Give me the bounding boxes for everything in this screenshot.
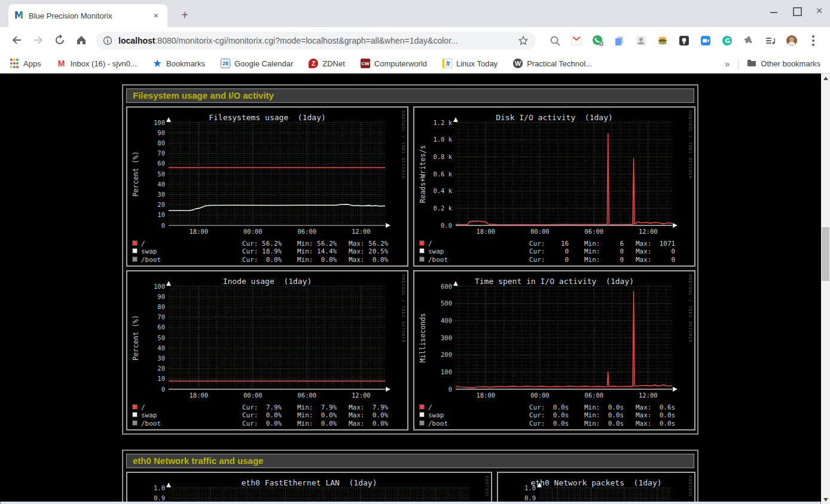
grammarly-extension-icon[interactable]: G xyxy=(716,32,738,50)
legend-row: swapCur: 0Min: 0Max: 0 xyxy=(414,248,694,255)
graph-panel-eth0-lan[interactable]: eth0 FastEthernet LAN (1day)0.00.10.20.3… xyxy=(126,472,492,504)
legend-row: /bootCur: 0.0sMin: 0.0sMax: 0.0s xyxy=(414,420,694,427)
legend-max: Max: 0 xyxy=(636,248,675,255)
bookmark-item-apps[interactable]: Apps xyxy=(10,59,41,68)
new-tab-button[interactable]: + xyxy=(177,8,193,23)
bookmark-label: ZDNet xyxy=(322,59,345,68)
stack-extension-icon[interactable] xyxy=(652,32,673,50)
svg-text:06:00: 06:00 xyxy=(298,392,317,399)
graph-panel-filesystems-usage[interactable]: Filesystems usage (1day)Percent (%)01020… xyxy=(126,106,408,267)
legend-name: swap xyxy=(428,411,444,419)
svg-text:18:00: 18:00 xyxy=(190,392,209,399)
window-close-button[interactable]: × xyxy=(814,6,824,16)
list-extension-icon[interactable] xyxy=(759,32,781,50)
bookmark-label: Inbox (16) - sjvn0... xyxy=(71,59,137,68)
forward-button[interactable] xyxy=(30,32,47,48)
svg-text:500: 500 xyxy=(441,300,452,307)
window-minimize-button[interactable] xyxy=(769,6,779,16)
search-extension-icon[interactable] xyxy=(544,32,566,50)
legend-min: Min: 0.0% xyxy=(297,411,337,419)
legend-swatch xyxy=(419,420,425,426)
person-extension-icon[interactable] xyxy=(630,32,652,50)
graph-panel-time-in-io[interactable]: Time spent in I/O activity (1day)Millise… xyxy=(413,270,695,430)
legend-min: Min: 0 xyxy=(584,248,624,255)
monitorix-favicon: M xyxy=(14,11,24,20)
other-bookmarks-button[interactable]: Other bookmarks xyxy=(747,59,820,68)
svg-text:06:00: 06:00 xyxy=(585,228,604,235)
page-content: Filesystem usage and I/O activity Filesy… xyxy=(0,74,821,504)
tab-close-icon[interactable]: × xyxy=(151,10,161,21)
extensions-row: ?G xyxy=(544,32,824,50)
legend-min: Min: 14.4% xyxy=(297,248,337,255)
legend-max: Max: 0.6s xyxy=(636,404,675,411)
address-bar[interactable]: localhost:8080/monitorix-cgi/monitorix.c… xyxy=(96,32,536,50)
svg-text:0: 0 xyxy=(161,222,165,229)
legend-min: Min: 0.0s xyxy=(584,411,624,419)
legend-swatch xyxy=(419,404,425,410)
bookmark-item-gmail[interactable]: MInbox (16) - sjvn0... xyxy=(57,59,137,68)
bookmarks-overflow-chevron[interactable]: » xyxy=(725,59,730,69)
legend-max: Max: 56.2% xyxy=(349,240,388,248)
svg-text:0.0: 0.0 xyxy=(441,222,452,229)
browser-tab[interactable]: M Blue Precision Monitorix × xyxy=(8,4,167,27)
legend-name: / xyxy=(141,404,145,411)
legend-swatch xyxy=(419,240,425,246)
bookmark-label: Google Calendar xyxy=(234,59,293,68)
page-scrollbar[interactable] xyxy=(821,74,830,504)
legend-name: /boot xyxy=(428,420,448,427)
menu-dots-icon[interactable] xyxy=(802,32,824,50)
legend-name: /boot xyxy=(141,256,161,264)
graph-panel-eth0-packets[interactable]: eth0 Network packets (1day)Packets/s0.00… xyxy=(497,472,695,504)
puzzle-extension-icon[interactable] xyxy=(738,32,759,50)
bookmark-item-calendar[interactable]: 28Google Calendar xyxy=(221,59,293,68)
gmail-extension-icon[interactable] xyxy=(566,32,587,50)
svg-text:100: 100 xyxy=(154,119,165,126)
bulb-extension-icon[interactable] xyxy=(673,32,695,50)
page-info-icon[interactable] xyxy=(103,36,112,45)
svg-text:0: 0 xyxy=(161,386,165,393)
home-button[interactable] xyxy=(73,32,90,48)
legend-max: Max: 7.9% xyxy=(349,404,388,411)
svg-text:12:00: 12:00 xyxy=(352,228,371,235)
legend-cur: Cur: 18.9% xyxy=(242,248,282,255)
legend-max: Max: 20.5% xyxy=(349,248,388,255)
reload-button[interactable] xyxy=(51,32,68,48)
svg-text:40: 40 xyxy=(157,344,165,352)
back-button[interactable] xyxy=(8,32,25,48)
window-maximize-button[interactable] xyxy=(792,6,801,16)
svg-text:20: 20 xyxy=(157,201,165,208)
svg-text:0.6 k: 0.6 k xyxy=(433,170,452,178)
svg-text:200: 200 xyxy=(441,351,452,358)
graph-panel-inode-usage[interactable]: Inode usage (1day)Percent (%)01020304050… xyxy=(126,270,408,430)
legend-min: Min: 56.2% xyxy=(297,240,337,248)
legend-max: Max: 0.0% xyxy=(349,411,388,419)
legend-row: /Cur: 16Min: 6Max: 1071 xyxy=(414,240,694,248)
bookmark-item-zdnet[interactable]: ZZDNet xyxy=(309,59,345,68)
bookmark-item-star[interactable]: ★Bookmarks xyxy=(152,59,205,68)
bookmark-label: Apps xyxy=(23,59,41,68)
camera-extension-icon[interactable] xyxy=(695,32,716,50)
legend-cur: Cur: 0.0s xyxy=(529,404,569,411)
bookmark-item-wordpress[interactable]: WPractical Technol... xyxy=(513,59,592,68)
legend-cur: Cur: 16 xyxy=(529,240,569,248)
bookmark-star-icon[interactable] xyxy=(518,35,529,46)
scrollbar-thumb[interactable] xyxy=(822,227,829,281)
legend-row: /Cur: 56.2%Min: 56.2%Max: 56.2% xyxy=(127,240,407,248)
legend-cur: Cur: 0 xyxy=(529,248,569,255)
phone-extension-icon[interactable]: ? xyxy=(587,32,609,50)
profile-avatar[interactable] xyxy=(781,32,802,50)
bookmarks-bar: AppsMInbox (16) - sjvn0...★Bookmarks28Go… xyxy=(0,54,830,74)
bookmark-item-lt[interactable]: ltLinux Today xyxy=(443,59,498,68)
copy-extension-icon[interactable] xyxy=(609,32,630,50)
scrollbar-down-arrow[interactable] xyxy=(821,495,830,504)
bookmark-item-cw[interactable]: CWComputerworld xyxy=(361,59,427,68)
legend-cur: Cur: 0.0% xyxy=(242,411,282,419)
scrollbar-up-arrow[interactable] xyxy=(821,74,830,83)
legend-swatch xyxy=(132,420,138,426)
url-text[interactable]: localhost:8080/monitorix-cgi/monitorix.c… xyxy=(118,36,518,45)
rrdtool-watermark: RRDTOOL / TOBI OETIKER xyxy=(401,274,405,343)
legend-cur: Cur: 0 xyxy=(529,256,569,264)
graph-panel-disk-io-activity[interactable]: Disk I/O activity (1day)Reads+Writes/s0.… xyxy=(413,106,695,267)
legend-min: Min: 7.9% xyxy=(297,404,337,411)
legend-cur: Cur: 7.9% xyxy=(242,404,282,411)
